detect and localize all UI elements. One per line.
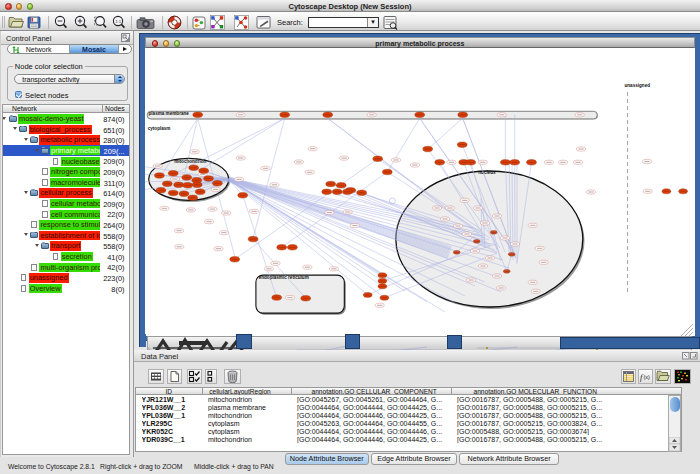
svg-text:endoplasmic reticulum: endoplasmic reticulum (259, 275, 309, 280)
svg-text:nucleus: nucleus (478, 170, 496, 175)
svg-text:1:1: 1:1 (115, 19, 122, 24)
svg-text:cytoplasm: cytoplasm (148, 126, 171, 131)
svg-text:(x): (x) (644, 374, 651, 380)
svg-text:unassigned: unassigned (625, 83, 651, 88)
svg-text:plasma membrane: plasma membrane (149, 111, 190, 116)
